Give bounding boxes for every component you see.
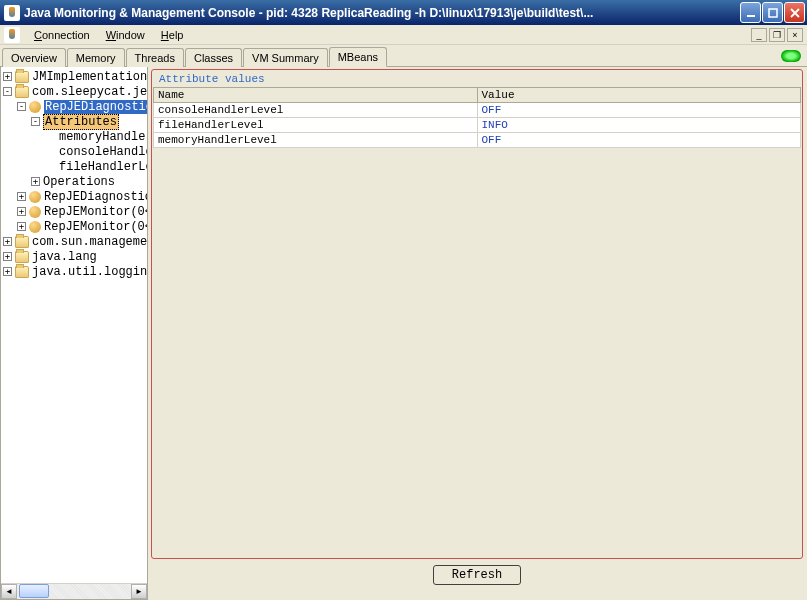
window-titlebar: Java Monitoring & Management Console - p…	[0, 0, 807, 25]
svg-rect-1	[769, 9, 777, 17]
folder-icon	[15, 86, 29, 98]
col-value-header[interactable]: Value	[477, 88, 801, 103]
tab-vmsummary[interactable]: VM Summary	[243, 48, 328, 67]
tree-scrollbar-horizontal[interactable]: ◄ ►	[1, 583, 147, 599]
scroll-left-icon[interactable]: ◄	[1, 584, 17, 599]
attribute-values-title: Attribute values	[153, 71, 801, 87]
connection-status-icon	[781, 50, 801, 62]
mbean-tree[interactable]: +JMImplementation -com.sleepycat.je.jmx …	[1, 67, 147, 583]
bean-icon	[29, 221, 41, 233]
scroll-right-icon[interactable]: ►	[131, 584, 147, 599]
tree-node[interactable]: -com.sleepycat.je.jmx	[1, 84, 147, 99]
tree-node[interactable]: +Operations	[1, 174, 147, 189]
tree-node[interactable]: -RepJEDiagnostics	[1, 99, 147, 114]
svg-rect-0	[747, 15, 755, 17]
java-icon	[4, 27, 20, 43]
refresh-button[interactable]: Refresh	[433, 565, 521, 585]
tab-overview[interactable]: Overview	[2, 48, 66, 67]
tree-node[interactable]: +JMImplementation	[1, 69, 147, 84]
tree-node[interactable]: +RepJEMonitor(0<cc	[1, 219, 147, 234]
mdi-minimize-button[interactable]: _	[751, 28, 767, 42]
mdi-restore-button[interactable]: ❐	[769, 28, 785, 42]
tabbar: Overview Memory Threads Classes VM Summa…	[0, 45, 807, 67]
menubar: Connection Window Help _ ❐ ×	[0, 25, 807, 45]
table-row[interactable]: fileHandlerLevelINFO	[154, 118, 801, 133]
tab-threads[interactable]: Threads	[126, 48, 184, 67]
tree-node[interactable]: +RepJEMonitor(0<cc	[1, 204, 147, 219]
mdi-close-button[interactable]: ×	[787, 28, 803, 42]
folder-icon	[15, 71, 29, 83]
table-row[interactable]: consoleHandlerLevelOFF	[154, 103, 801, 118]
tree-node[interactable]: +java.util.logging	[1, 264, 147, 279]
maximize-button[interactable]	[762, 2, 783, 23]
attribute-panel: Attribute values Name Value consoleHandl…	[148, 67, 807, 600]
scroll-thumb[interactable]	[19, 584, 49, 598]
minimize-button[interactable]	[740, 2, 761, 23]
tree-node[interactable]: +com.sun.management	[1, 234, 147, 249]
close-button[interactable]	[784, 2, 805, 23]
tree-node[interactable]: memoryHandlerL	[1, 129, 147, 144]
col-name-header[interactable]: Name	[154, 88, 478, 103]
attribute-table: Name Value consoleHandlerLevelOFF fileHa…	[153, 87, 801, 148]
bean-icon	[29, 206, 41, 218]
folder-icon	[15, 251, 29, 263]
tab-classes[interactable]: Classes	[185, 48, 242, 67]
scroll-track[interactable]	[17, 584, 131, 599]
folder-icon	[15, 236, 29, 248]
tab-memory[interactable]: Memory	[67, 48, 125, 67]
tree-node[interactable]: fileHandlerLev	[1, 159, 147, 174]
menu-window[interactable]: Window	[98, 27, 153, 43]
attribute-values-box: Attribute values Name Value consoleHandl…	[151, 69, 803, 559]
folder-icon	[15, 266, 29, 278]
menu-help-label: elp	[169, 29, 184, 41]
window-title: Java Monitoring & Management Console - p…	[24, 6, 740, 20]
java-icon	[4, 5, 20, 21]
tree-node[interactable]: +java.lang	[1, 249, 147, 264]
menu-window-label: indow	[116, 29, 145, 41]
content-area: +JMImplementation -com.sleepycat.je.jmx …	[0, 67, 807, 600]
menu-connection-label: onnection	[42, 29, 90, 41]
bean-icon	[29, 101, 41, 113]
mbean-tree-panel: +JMImplementation -com.sleepycat.je.jmx …	[0, 67, 148, 600]
tab-mbeans[interactable]: MBeans	[329, 47, 387, 67]
bean-icon	[29, 191, 41, 203]
menu-help[interactable]: Help	[153, 27, 192, 43]
tree-node[interactable]: +RepJEDiagnostics(	[1, 189, 147, 204]
tree-node[interactable]: consoleHandler	[1, 144, 147, 159]
menu-connection[interactable]: Connection	[26, 27, 98, 43]
tree-node[interactable]: -Attributes	[1, 114, 147, 129]
table-row[interactable]: memoryHandlerLevelOFF	[154, 133, 801, 148]
